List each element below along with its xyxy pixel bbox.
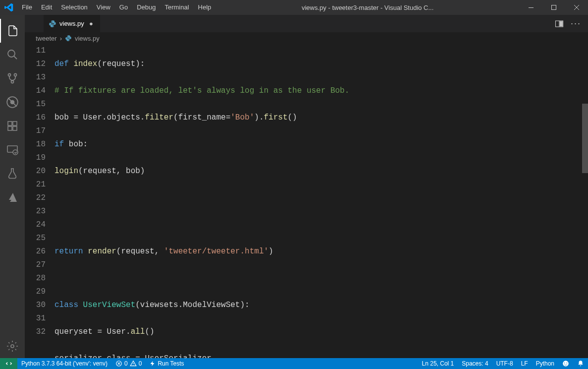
- breadcrumb[interactable]: tweeter › views.py: [25, 32, 588, 44]
- svg-point-3: [8, 74, 11, 76]
- svg-point-4: [14, 74, 17, 76]
- tab-label: views.py: [59, 20, 84, 27]
- svg-point-20: [566, 363, 567, 364]
- problems-indicator[interactable]: 0 0: [111, 358, 146, 369]
- window-controls: [520, 0, 588, 15]
- svg-rect-8: [8, 122, 12, 125]
- tab-dirty-indicator[interactable]: [87, 20, 95, 27]
- more-actions-icon[interactable]: ···: [571, 18, 581, 29]
- notifications-icon[interactable]: [573, 358, 588, 369]
- menu-debug[interactable]: Debug: [132, 0, 160, 15]
- svg-point-14: [11, 345, 14, 348]
- source-control-icon[interactable]: [0, 66, 25, 90]
- menu-terminal[interactable]: Terminal: [160, 0, 193, 15]
- svg-point-2: [8, 50, 15, 57]
- search-icon[interactable]: [0, 43, 25, 66]
- code-editor[interactable]: 111213 141516 171819 202122 232425 26272…: [25, 44, 588, 358]
- breadcrumb-file[interactable]: views.py: [75, 35, 100, 42]
- vscode-logo-icon: [0, 3, 17, 12]
- svg-rect-10: [8, 126, 12, 130]
- menu-view[interactable]: View: [92, 0, 115, 15]
- menu-edit[interactable]: Edit: [37, 0, 56, 15]
- window-title: views.py - tweeter3-master - Visual Stud…: [215, 4, 520, 11]
- run-tests-button[interactable]: Run Tests: [146, 358, 188, 369]
- python-interpreter[interactable]: Python 3.7.3 64-bit ('venv': venv): [17, 358, 111, 369]
- azure-icon[interactable]: [0, 185, 25, 209]
- menu-help[interactable]: Help: [194, 0, 216, 15]
- extensions-icon[interactable]: [0, 114, 25, 138]
- settings-gear-icon[interactable]: [0, 334, 25, 358]
- split-editor-icon[interactable]: [555, 19, 564, 28]
- main: views.py ··· tweeter › views.py 111213 1…: [0, 15, 588, 358]
- svg-rect-1: [552, 5, 556, 10]
- feedback-icon[interactable]: [558, 358, 573, 369]
- tab-bar: views.py ···: [25, 15, 588, 32]
- chevron-right-icon: ›: [60, 35, 62, 42]
- line-number-gutter: 111213 141516 171819 202122 232425 26272…: [25, 44, 54, 358]
- maximize-button[interactable]: [542, 0, 565, 15]
- activity-bar: [0, 15, 25, 358]
- svg-rect-11: [13, 126, 17, 130]
- svg-point-5: [11, 81, 14, 83]
- indentation[interactable]: Spaces: 4: [458, 358, 492, 369]
- svg-rect-0: [529, 7, 534, 8]
- menu-go[interactable]: Go: [115, 0, 132, 15]
- svg-point-13: [13, 150, 18, 155]
- svg-rect-9: [13, 122, 17, 125]
- svg-point-19: [564, 363, 565, 364]
- eol[interactable]: LF: [517, 358, 532, 369]
- tab-views-py[interactable]: views.py: [44, 15, 101, 32]
- remote-explorer-icon[interactable]: [0, 138, 25, 162]
- debug-icon[interactable]: [0, 90, 25, 114]
- menu-bar: File Edit Selection View Go Debug Termin…: [17, 0, 215, 15]
- menu-selection[interactable]: Selection: [56, 0, 92, 15]
- svg-point-18: [563, 361, 569, 367]
- close-button[interactable]: [565, 0, 588, 15]
- remote-indicator[interactable]: [0, 358, 17, 369]
- encoding[interactable]: UTF-8: [492, 358, 517, 369]
- minimize-button[interactable]: [520, 0, 542, 15]
- editor-area: views.py ··· tweeter › views.py 111213 1…: [25, 15, 588, 358]
- code-content[interactable]: def index(request): # If fixtures are lo…: [54, 44, 588, 358]
- vertical-scrollbar[interactable]: [582, 104, 588, 173]
- titlebar: File Edit Selection View Go Debug Termin…: [0, 0, 588, 15]
- svg-point-7: [10, 100, 15, 105]
- language-mode[interactable]: Python: [532, 358, 558, 369]
- breadcrumb-folder[interactable]: tweeter: [36, 35, 57, 42]
- status-bar: Python 3.7.3 64-bit ('venv': venv) 0 0 R…: [0, 358, 588, 369]
- explorer-icon[interactable]: [0, 19, 25, 43]
- menu-file[interactable]: File: [17, 0, 37, 15]
- python-file-icon: [65, 35, 72, 42]
- python-file-icon: [49, 20, 56, 28]
- svg-rect-16: [560, 21, 563, 26]
- test-icon[interactable]: [0, 162, 25, 185]
- cursor-position[interactable]: Ln 25, Col 1: [418, 358, 458, 369]
